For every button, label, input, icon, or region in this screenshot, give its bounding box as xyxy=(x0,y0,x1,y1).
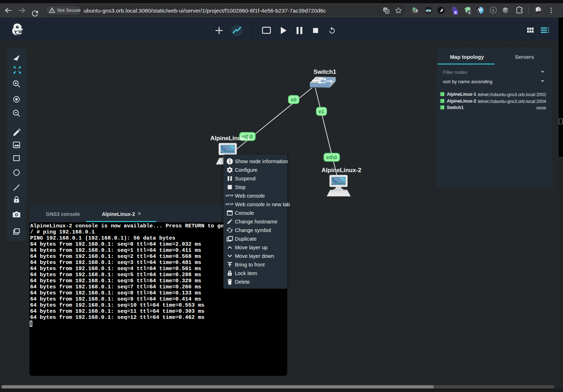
svg-text:e0: e0 xyxy=(291,97,297,103)
svg-text:AlpineLinux-1: AlpineLinux-1 xyxy=(210,135,250,142)
svg-text:e1: e1 xyxy=(318,109,324,114)
svg-text:eth0: eth0 xyxy=(326,155,337,160)
svg-text:Switch1: Switch1 xyxy=(313,69,336,75)
svg-text:AlpineLinux-2: AlpineLinux-2 xyxy=(322,167,361,174)
